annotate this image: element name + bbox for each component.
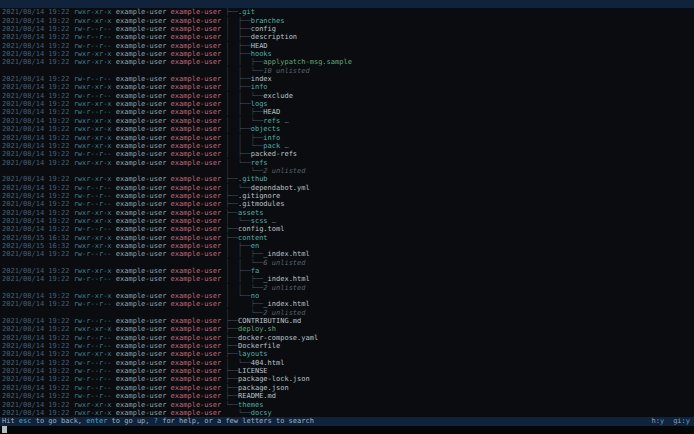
- tree-row[interactable]: 2021/08/14 19:22 rw-r--r-- example-user …: [0, 250, 694, 258]
- tree-row[interactable]: 2021/08/14 19:22 rw-r--r-- example-user …: [0, 392, 694, 400]
- tree-branch: │ │ ├──: [225, 58, 263, 66]
- tree-row[interactable]: │ │ └──10 unlisted: [0, 67, 694, 75]
- tree-row[interactable]: 2021/08/14 19:22 rwxr-xr-x example-user …: [0, 125, 694, 133]
- entry-date: 2021/08/14 19:22: [2, 317, 74, 325]
- tree-row[interactable]: │ │ └──2 unlisted: [0, 284, 694, 292]
- entry-group: example-user: [171, 142, 226, 150]
- entry-name: dependabot.yml: [251, 184, 310, 192]
- entry-group: example-user: [171, 375, 226, 383]
- entry-perms: rwxr-xr-x: [74, 217, 116, 225]
- entry-date: 2021/08/14 19:22: [2, 359, 74, 367]
- tree-branch: │ └──: [225, 184, 250, 192]
- tree-row[interactable]: 2021/08/14 19:22 rw-r--r-- example-user …: [0, 334, 694, 342]
- tree-row[interactable]: 2021/08/14 19:22 rw-r--r-- example-user …: [0, 367, 694, 375]
- tree-row[interactable]: │ └──2 unlisted: [0, 309, 694, 317]
- entry-owner: example-user: [116, 75, 171, 83]
- entry-perms: rw-r--r--: [74, 42, 116, 50]
- entry-name: pack: [263, 142, 280, 150]
- entry-date: 2021/08/14 19:22: [2, 42, 74, 50]
- entry-date: 2021/08/14 19:22: [2, 175, 74, 183]
- tree-row[interactable]: 2021/08/14 19:22 rwxr-xr-x example-user …: [0, 58, 694, 66]
- tree-row[interactable]: 2021/08/14 19:22 rwxr-xr-x example-user …: [0, 83, 694, 91]
- root-path-bar[interactable]: /home/example-user/docsy-example: [0, 0, 694, 8]
- flag-value: y: [660, 417, 664, 425]
- tree-row[interactable]: 2021/08/15 16:32 rwxr-xr-x example-user …: [0, 242, 694, 250]
- tree-row[interactable]: 2021/08/14 19:22 rwxr-xr-x example-user …: [0, 267, 694, 275]
- entry-perms: rw-r--r--: [74, 392, 116, 400]
- entry-perms: rw-r--r--: [74, 334, 116, 342]
- tree-row[interactable]: 2021/08/14 19:22 rw-r--r-- example-user …: [0, 375, 694, 383]
- tree-row[interactable]: 2021/08/14 19:22 rwxr-xr-x example-user …: [0, 117, 694, 125]
- tree-row[interactable]: 2021/08/14 19:22 rw-r--r-- example-user …: [0, 384, 694, 392]
- tree-row[interactable]: 2021/08/14 19:22 rwxr-xr-x example-user …: [0, 350, 694, 358]
- tree-branch: │ ├──: [225, 125, 250, 133]
- entry-owner: example-user: [116, 234, 171, 242]
- entry-date: 2021/08/14 19:22: [2, 401, 74, 409]
- tree-row[interactable]: 2021/08/14 19:22 rw-r--r-- example-user …: [0, 92, 694, 100]
- entry-owner: example-user: [116, 184, 171, 192]
- status-bar: Hit esc to go back, enter to go up, ? fo…: [0, 417, 694, 425]
- entry-perms: rwxr-xr-x: [74, 50, 116, 58]
- entry-perms: [74, 309, 116, 317]
- entry-date: 2021/08/14 19:22: [2, 250, 74, 258]
- entry-name: 2 unlisted: [263, 309, 305, 317]
- tree-row[interactable]: 2021/08/14 19:22 rw-r--r-- example-user …: [0, 200, 694, 208]
- entry-date: 2021/08/14 19:22: [2, 384, 74, 392]
- command-input[interactable]: [0, 426, 694, 434]
- entry-group: example-user: [171, 75, 226, 83]
- tree-row[interactable]: 2021/08/14 19:22 rwxr-xr-x example-user …: [0, 50, 694, 58]
- entry-date: 2021/08/15 16:32: [2, 234, 74, 242]
- tree-row[interactable]: 2021/08/14 19:22 rwxr-xr-x example-user …: [0, 100, 694, 108]
- tree-branch: ├──: [225, 192, 238, 200]
- tree-row[interactable]: 2021/08/14 19:22 rw-r--r-- example-user …: [0, 192, 694, 200]
- tree-row[interactable]: 2021/08/14 19:22 rwxr-xr-x example-user …: [0, 217, 694, 225]
- tree-row[interactable]: 2021/08/14 19:22 rwxr-xr-x example-user …: [0, 209, 694, 217]
- tree-row[interactable]: 2021/08/14 19:22 rw-r--r-- example-user …: [0, 317, 694, 325]
- entry-perms: rw-r--r--: [74, 184, 116, 192]
- entry-group: [171, 259, 226, 267]
- entry-name: .git: [238, 8, 255, 16]
- entry-group: example-user: [171, 8, 226, 16]
- tree-row[interactable]: 2021/08/14 19:22 rwxr-xr-x example-user …: [0, 142, 694, 150]
- entry-perms: rwxr-xr-x: [74, 83, 116, 91]
- tree-row[interactable]: 2021/08/14 19:22 rwxr-xr-x example-user …: [0, 401, 694, 409]
- hint-text: for help, or a few letters to search: [158, 417, 314, 425]
- entry-group: example-user: [171, 25, 226, 33]
- tree-row[interactable]: 2021/08/14 19:22 rwxr-xr-x example-user …: [0, 325, 694, 333]
- tree-row[interactable]: 2021/08/14 19:22 rwxr-xr-x example-user …: [0, 134, 694, 142]
- tree-row[interactable]: 2021/08/14 19:22 rw-r--r-- example-user …: [0, 150, 694, 158]
- tree-row[interactable]: 2021/08/14 19:22 rw-r--r-- example-user …: [0, 108, 694, 116]
- entry-date: 2021/08/15 16:32: [2, 242, 74, 250]
- tree-row[interactable]: 2021/08/15 16:32 rwxr-xr-x example-user …: [0, 234, 694, 242]
- tree-row[interactable]: │ │ └──6 unlisted: [0, 259, 694, 267]
- entry-perms: rwxr-xr-x: [74, 350, 116, 358]
- tree-row[interactable]: 2021/08/14 19:22 rwxr-xr-x example-user …: [0, 8, 694, 16]
- tree-row[interactable]: 2021/08/14 19:22 rw-r--r-- example-user …: [0, 25, 694, 33]
- tree-row[interactable]: 2021/08/14 19:22 rwxr-xr-x example-user …: [0, 175, 694, 183]
- tree-branch: │ ├──: [225, 17, 250, 25]
- tree-row[interactable]: 2021/08/14 19:22 rwxr-xr-x example-user …: [0, 409, 694, 417]
- tree-row[interactable]: 2021/08/14 19:22 rw-r--r-- example-user …: [0, 359, 694, 367]
- entry-group: example-user: [171, 83, 226, 91]
- tree-row[interactable]: 2021/08/14 19:22 rw-r--r-- example-user …: [0, 42, 694, 50]
- tree-row[interactable]: │ └──2 unlisted: [0, 167, 694, 175]
- entry-owner: example-user: [116, 58, 171, 66]
- entry-owner: [116, 259, 171, 267]
- entry-date: 2021/08/14 19:22: [2, 83, 74, 91]
- tree-row[interactable]: 2021/08/14 19:22 rw-r--r-- example-user …: [0, 184, 694, 192]
- tree-row[interactable]: 2021/08/14 19:22 rwxr-xr-x example-user …: [0, 159, 694, 167]
- tree-row[interactable]: 2021/08/14 19:22 rw-r--r-- example-user …: [0, 75, 694, 83]
- tree-row[interactable]: 2021/08/14 19:22 rwxr-xr-x example-user …: [0, 17, 694, 25]
- entry-name: 10 unlisted: [263, 67, 309, 75]
- tree-row[interactable]: 2021/08/14 19:22 rw-r--r-- example-user …: [0, 33, 694, 41]
- tree-row[interactable]: 2021/08/14 19:22 rw-r--r-- example-user …: [0, 300, 694, 308]
- entry-name: exclude: [263, 92, 293, 100]
- tree-branch: │ ├──: [225, 267, 250, 275]
- entry-name: refs: [251, 159, 268, 167]
- tree-row[interactable]: 2021/08/14 19:22 rw-r--r-- example-user …: [0, 275, 694, 283]
- entry-perms: rwxr-xr-x: [74, 117, 116, 125]
- tree-row[interactable]: 2021/08/14 19:22 rw-r--r-- example-user …: [0, 225, 694, 233]
- tree-row[interactable]: 2021/08/14 19:22 rwxr-xr-x example-user …: [0, 292, 694, 300]
- tree-row[interactable]: 2021/08/14 19:22 rw-r--r-- example-user …: [0, 342, 694, 350]
- entry-name: applypatch-msg.sample: [263, 58, 352, 66]
